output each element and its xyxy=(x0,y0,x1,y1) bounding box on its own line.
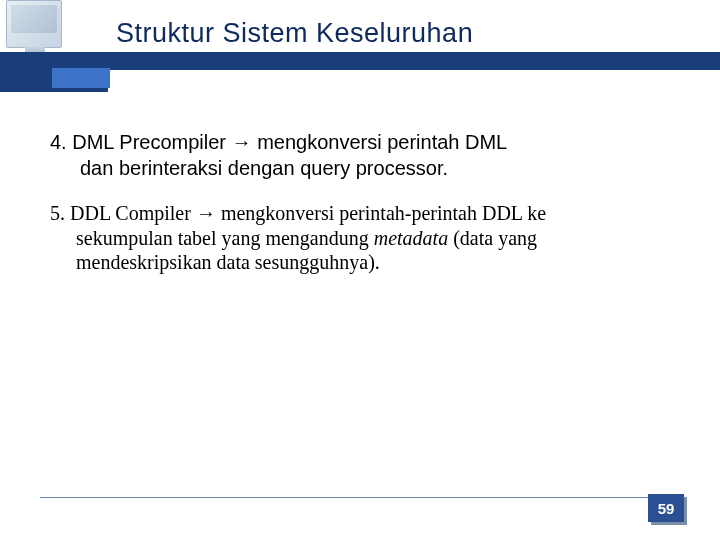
arrow-glyph: → xyxy=(196,202,216,224)
item-tail-1-text: mengkonversi perintah-perintah DDL ke xyxy=(221,202,546,224)
slide-header: Struktur Sistem Keseluruhan xyxy=(0,0,720,95)
item-tail-2b: (data yang xyxy=(448,227,537,249)
bullet-item-4: 4. DML Precompiler → mengkonversi perint… xyxy=(50,130,670,181)
footer-divider xyxy=(40,497,680,498)
item-number: 4. xyxy=(50,131,67,153)
slide-content: 4. DML Precompiler → mengkonversi perint… xyxy=(50,130,670,294)
item-tail-2: dan berinteraksi dengan query processor. xyxy=(50,156,670,182)
arrow-glyph: → xyxy=(232,131,252,153)
page-number-badge: 59 xyxy=(648,494,684,522)
italic-term: metadata xyxy=(374,227,448,249)
computer-monitor-icon xyxy=(6,0,62,48)
item-number: 5. xyxy=(50,202,65,224)
item-tail-3: mendeskripsikan data sesungguhnya). xyxy=(50,250,670,274)
item-lead-text: DDL Compiler xyxy=(70,202,191,224)
slide-title: Struktur Sistem Keseluruhan xyxy=(116,18,473,49)
bullet-item-5: 5. DDL Compiler → mengkonversi perintah-… xyxy=(50,201,670,274)
item-tail-1-text: mengkonversi perintah DML xyxy=(257,131,507,153)
title-accent-tab xyxy=(52,68,110,88)
item-lead-text: DML Precompiler xyxy=(72,131,226,153)
item-tail-2a: sekumpulan tabel yang mengandung xyxy=(76,227,374,249)
item-tail-2: sekumpulan tabel yang mengandung metadat… xyxy=(50,226,670,250)
page-number: 59 xyxy=(658,500,675,517)
